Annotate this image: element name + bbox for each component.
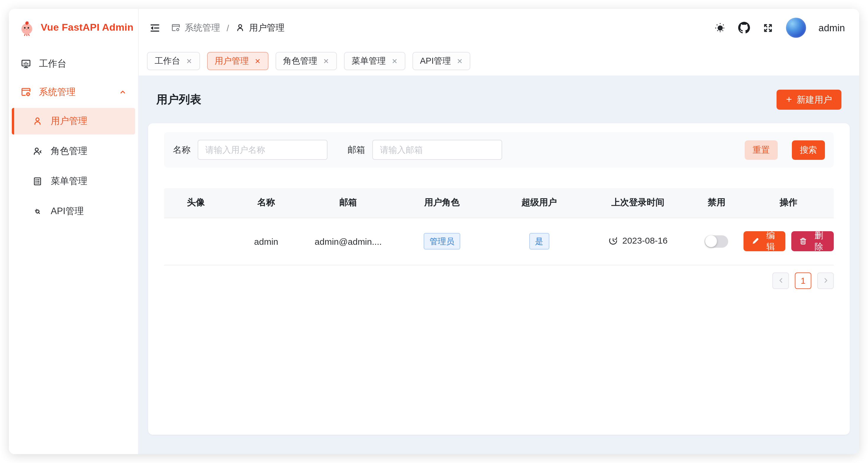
column-last-login: 上次登录时间 <box>586 188 690 218</box>
tab-label: 用户管理 <box>215 56 249 67</box>
content-column: 系统管理 / 用户管理 <box>139 9 859 454</box>
main-content: 用户列表 + 新建用户 名称 邮箱 重置 搜索 <box>139 76 859 454</box>
breadcrumb-separator: / <box>226 23 229 33</box>
app-title: Vue FastAPI Admin <box>41 22 134 34</box>
breadcrumb: 系统管理 / 用户管理 <box>171 22 284 33</box>
sidebar-item-label: 角色管理 <box>51 145 87 158</box>
user-avatar[interactable] <box>786 18 806 38</box>
column-role: 用户角色 <box>392 188 492 218</box>
tab-label: 菜单管理 <box>351 56 385 67</box>
fullscreen-icon[interactable] <box>763 22 774 33</box>
close-icon[interactable]: ✕ <box>392 58 397 65</box>
plus-icon: + <box>786 94 792 104</box>
tab-user-management[interactable]: 用户管理 ✕ <box>207 52 268 70</box>
cell-superuser: 是 <box>492 218 586 265</box>
role-tag: 管理员 <box>424 233 460 250</box>
column-email: 邮箱 <box>305 188 392 218</box>
app-logo[interactable]: Vue FastAPI Admin <box>9 9 138 46</box>
pagination: 1 <box>164 272 834 289</box>
delete-button[interactable]: 删除 <box>792 231 834 251</box>
tab-label: 角色管理 <box>283 56 317 67</box>
column-disabled: 禁用 <box>690 188 743 218</box>
chevron-up-icon <box>119 88 127 96</box>
history-clock-icon <box>608 236 618 245</box>
name-filter-input[interactable] <box>198 140 328 160</box>
github-icon[interactable] <box>738 22 750 34</box>
pencil-icon <box>751 237 759 245</box>
user-icon <box>236 23 245 32</box>
api-plug-icon <box>32 206 42 217</box>
close-icon[interactable]: ✕ <box>255 58 260 65</box>
column-avatar: 头像 <box>164 188 228 218</box>
sidebar-item-label: 工作台 <box>39 58 66 70</box>
monitor-icon <box>21 58 31 69</box>
sidebar-item-workbench[interactable]: 工作台 <box>12 51 135 76</box>
edit-button[interactable]: 编辑 <box>743 231 785 251</box>
reset-button[interactable]: 重置 <box>745 140 778 160</box>
page-title: 用户列表 <box>156 92 201 107</box>
trash-icon <box>799 237 808 245</box>
sidebar-item-label: API管理 <box>51 205 84 218</box>
cell-actions: 编辑 <box>743 218 834 265</box>
sidebar-item-api-management[interactable]: API管理 <box>12 198 135 225</box>
tab-api-management[interactable]: API管理 ✕ <box>412 52 471 70</box>
tab-label: 工作台 <box>155 56 180 67</box>
user-table: 头像 名称 邮箱 用户角色 超级用户 上次登录时间 禁用 操作 <box>164 188 834 265</box>
chick-logo-icon <box>19 20 35 36</box>
tab-workbench[interactable]: 工作台 ✕ <box>147 52 200 70</box>
filter-bar: 名称 邮箱 重置 搜索 <box>164 132 834 167</box>
sidebar-menu: 工作台 系统管理 <box>9 46 138 228</box>
role-icon <box>32 146 42 156</box>
superuser-tag: 是 <box>529 233 549 250</box>
name-filter-label: 名称 <box>173 144 191 156</box>
user-list-card: 名称 邮箱 重置 搜索 <box>148 123 850 435</box>
cell-last-login: 2023-08-16 <box>586 218 690 265</box>
system-settings-icon <box>21 87 31 97</box>
column-actions: 操作 <box>743 188 834 218</box>
email-filter-input[interactable] <box>372 140 502 160</box>
theme-toggle-icon[interactable] <box>715 22 726 33</box>
sidebar-item-system[interactable]: 系统管理 <box>12 79 135 104</box>
sidebar: Vue FastAPI Admin 工作台 <box>9 9 139 454</box>
sidebar-item-label: 系统管理 <box>39 86 75 98</box>
pagination-next-button[interactable] <box>817 272 834 289</box>
system-settings-icon <box>171 23 181 32</box>
column-superuser: 超级用户 <box>492 188 586 218</box>
cell-disabled <box>690 218 743 265</box>
sidebar-item-role-management[interactable]: 角色管理 <box>12 138 135 165</box>
sidebar-item-label: 用户管理 <box>51 115 87 127</box>
tab-bar: 工作台 ✕ 用户管理 ✕ 角色管理 ✕ 菜单管理 ✕ API管理 ✕ <box>139 46 859 76</box>
table-header-row: 头像 名称 邮箱 用户角色 超级用户 上次登录时间 禁用 操作 <box>164 188 834 218</box>
close-icon[interactable]: ✕ <box>323 58 329 65</box>
breadcrumb-item-system[interactable]: 系统管理 <box>171 22 220 33</box>
pagination-prev-button[interactable] <box>772 272 789 289</box>
search-button[interactable]: 搜索 <box>792 140 825 160</box>
close-icon[interactable]: ✕ <box>457 58 463 65</box>
disable-toggle[interactable] <box>705 235 728 247</box>
user-icon <box>32 116 42 126</box>
cell-role: 管理员 <box>392 218 492 265</box>
breadcrumb-label: 系统管理 <box>185 22 220 33</box>
cell-avatar <box>164 218 228 265</box>
email-filter-label: 邮箱 <box>347 144 365 156</box>
create-user-button[interactable]: + 新建用户 <box>777 90 841 110</box>
column-name: 名称 <box>228 188 305 218</box>
pagination-page-1[interactable]: 1 <box>795 272 811 289</box>
app-window: Vue FastAPI Admin 工作台 <box>9 9 859 454</box>
cell-name: admin <box>228 218 305 265</box>
tab-role-management[interactable]: 角色管理 ✕ <box>275 52 337 70</box>
top-header: 系统管理 / 用户管理 <box>139 9 859 46</box>
sidebar-item-label: 菜单管理 <box>51 175 87 188</box>
cell-email: admin@admin.... <box>305 218 392 265</box>
tab-label: API管理 <box>420 56 451 67</box>
tab-menu-management[interactable]: 菜单管理 ✕ <box>344 52 405 70</box>
menu-list-icon <box>32 176 42 187</box>
breadcrumb-label: 用户管理 <box>249 22 284 33</box>
close-icon[interactable]: ✕ <box>186 58 192 65</box>
sidebar-collapse-icon[interactable] <box>149 22 160 33</box>
user-name[interactable]: admin <box>818 22 845 33</box>
sidebar-item-menu-management[interactable]: 菜单管理 <box>12 168 135 195</box>
sidebar-item-user-management[interactable]: 用户管理 <box>12 108 135 134</box>
table-row: admin admin@admin.... 管理员 是 <box>164 218 834 265</box>
breadcrumb-item-users[interactable]: 用户管理 <box>236 22 284 33</box>
